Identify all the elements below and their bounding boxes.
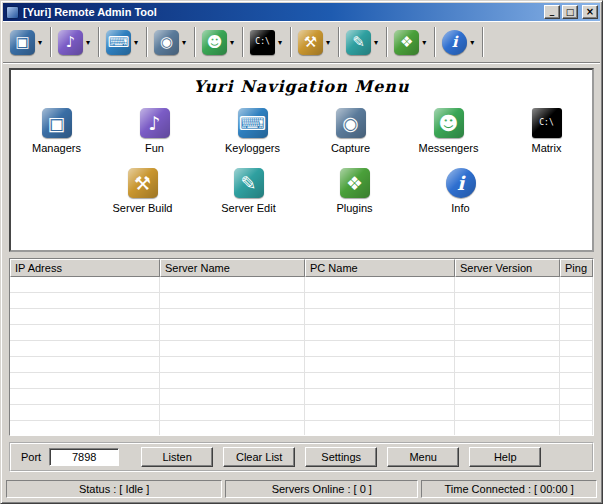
clear-list-button[interactable]: Clear List (223, 447, 295, 467)
toolbar-server-edit-button[interactable]: ✎▾ (344, 28, 382, 57)
dropdown-arrow-icon[interactable]: ▾ (470, 38, 474, 47)
nav-item-keyloggers[interactable]: ⌨Keyloggers (217, 108, 289, 154)
list-cell (10, 277, 160, 292)
list-body[interactable] (10, 277, 593, 435)
list-cell (455, 405, 560, 420)
nav-item-plugins[interactable]: ❖Plugins (319, 168, 391, 214)
nav-item-messengers[interactable]: ☻Messengers (413, 108, 485, 154)
list-cell (305, 357, 455, 372)
list-cell (305, 405, 455, 420)
dropdown-arrow-icon[interactable]: ▾ (422, 38, 426, 47)
list-row[interactable] (10, 293, 593, 309)
column-header-pc-name[interactable]: PC Name (305, 259, 455, 277)
settings-button[interactable]: Settings (305, 447, 377, 467)
dropdown-arrow-icon[interactable]: ▾ (230, 38, 234, 47)
dropdown-arrow-icon[interactable]: ▾ (182, 38, 186, 47)
list-cell (160, 405, 305, 420)
help-button[interactable]: Help (469, 447, 541, 467)
list-row[interactable] (10, 373, 593, 389)
dropdown-arrow-icon[interactable]: ▾ (134, 38, 138, 47)
nav-item-label: Matrix (532, 142, 562, 154)
nav-row-2: ⚒Server Build✎Server Edit❖PluginsiInfo (11, 168, 592, 214)
fun-icon: ♪ (140, 108, 170, 138)
managers-icon: ▣ (10, 30, 35, 55)
toolbar-separator (338, 27, 340, 57)
list-cell (10, 309, 160, 324)
list-cell (160, 421, 305, 435)
nav-item-label: Managers (32, 142, 81, 154)
list-cell (305, 389, 455, 404)
list-cell (560, 357, 593, 372)
messengers-icon: ☻ (202, 30, 227, 55)
info-icon: i (446, 168, 476, 198)
list-cell (455, 325, 560, 340)
list-row[interactable] (10, 277, 593, 293)
toolbar-info-button[interactable]: i▾ (440, 28, 478, 57)
list-row[interactable] (10, 309, 593, 325)
capture-icon: ◉ (336, 108, 366, 138)
close-button[interactable]: × (582, 5, 598, 19)
server-list: IP AdressServer NamePC NameServer Versio… (9, 258, 594, 436)
list-cell (160, 293, 305, 308)
list-row[interactable] (10, 357, 593, 373)
list-row[interactable] (10, 389, 593, 405)
nav-item-label: Messengers (419, 142, 479, 154)
list-row[interactable] (10, 405, 593, 421)
nav-item-server-build[interactable]: ⚒Server Build (107, 168, 179, 214)
list-cell (455, 309, 560, 324)
toolbar-separator (146, 27, 148, 57)
nav-item-managers[interactable]: ▣Managers (21, 108, 93, 154)
column-header-server-version[interactable]: Server Version (455, 259, 560, 277)
toolbar-managers-button[interactable]: ▣▾ (8, 28, 46, 57)
minimize-button[interactable]: _ (544, 5, 560, 19)
toolbar-keyloggers-button[interactable]: ⌨▾ (104, 28, 142, 57)
list-cell (560, 341, 593, 356)
info-icon: i (442, 30, 467, 55)
list-cell (10, 341, 160, 356)
toolbar-separator (434, 27, 436, 57)
list-cell (455, 373, 560, 388)
dropdown-arrow-icon[interactable]: ▾ (86, 38, 90, 47)
toolbar-fun-button[interactable]: ♪▾ (56, 28, 94, 57)
list-cell (455, 421, 560, 435)
dropdown-arrow-icon[interactable]: ▾ (278, 38, 282, 47)
dropdown-arrow-icon[interactable]: ▾ (326, 38, 330, 47)
app-window: [Yuri] Remote Admin Tool _ □ × ▣▾♪▾⌨▾◉▾☻… (0, 0, 603, 504)
list-cell (560, 405, 593, 420)
nav-item-fun[interactable]: ♪Fun (119, 108, 191, 154)
column-header-ip-adress[interactable]: IP Adress (10, 259, 160, 277)
list-cell (160, 325, 305, 340)
app-icon[interactable] (6, 6, 19, 19)
listen-button[interactable]: Listen (141, 447, 213, 467)
title-bar[interactable]: [Yuri] Remote Admin Tool _ □ × (3, 3, 600, 21)
list-cell (305, 309, 455, 324)
server-build-icon: ⚒ (128, 168, 158, 198)
dropdown-arrow-icon[interactable]: ▾ (38, 38, 42, 47)
messengers-icon: ☻ (434, 108, 464, 138)
nav-item-capture[interactable]: ◉Capture (315, 108, 387, 154)
toolbar-messengers-button[interactable]: ☻▾ (200, 28, 238, 57)
nav-item-server-edit[interactable]: ✎Server Edit (213, 168, 285, 214)
toolbar-plugins-button[interactable]: ❖▾ (392, 28, 430, 57)
nav-item-info[interactable]: iInfo (425, 168, 497, 214)
toolbar-separator (386, 27, 388, 57)
list-cell (160, 309, 305, 324)
column-header-server-name[interactable]: Server Name (160, 259, 305, 277)
port-input[interactable] (49, 448, 119, 466)
maximize-button[interactable]: □ (562, 5, 578, 19)
dropdown-arrow-icon[interactable]: ▾ (374, 38, 378, 47)
list-header: IP AdressServer NamePC NameServer Versio… (10, 259, 593, 277)
column-header-ping[interactable]: Ping (560, 259, 593, 277)
time-connected-pane: Time Connected : [ 00:00 ] (421, 480, 597, 498)
fun-icon: ♪ (58, 30, 83, 55)
menu-button[interactable]: Menu (387, 447, 459, 467)
list-row[interactable] (10, 421, 593, 435)
toolbar-capture-button[interactable]: ◉▾ (152, 28, 190, 57)
list-cell (560, 421, 593, 435)
list-row[interactable] (10, 325, 593, 341)
list-row[interactable] (10, 341, 593, 357)
nav-item-matrix[interactable]: C:\Matrix (511, 108, 583, 154)
toolbar-matrix-button[interactable]: C:\▾ (248, 28, 286, 57)
toolbar-separator (482, 27, 484, 57)
toolbar-server-build-button[interactable]: ⚒▾ (296, 28, 334, 57)
